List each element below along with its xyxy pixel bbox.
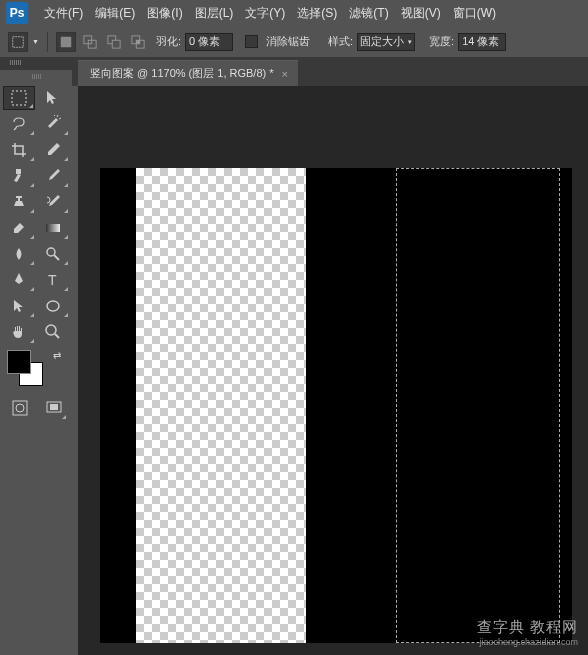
blur-tool[interactable]	[3, 242, 35, 266]
eyedropper-tool[interactable]	[37, 138, 69, 162]
watermark-url: jiaocheng.chazidian.com	[477, 637, 578, 647]
tab-title: 竖向图案 @ 1170% (图层 1, RGB/8) *	[90, 66, 274, 81]
add-selection-icon[interactable]	[80, 32, 100, 52]
magic-wand-tool[interactable]	[37, 112, 69, 136]
document-tab-bar: 竖向图案 @ 1170% (图层 1, RGB/8) * ×	[0, 58, 588, 86]
marquee-tool[interactable]	[3, 86, 35, 110]
svg-rect-5	[112, 40, 120, 48]
style-label: 样式:	[328, 34, 353, 49]
menu-image[interactable]: 图像(I)	[141, 5, 188, 22]
lasso-tool[interactable]	[3, 112, 35, 136]
quick-mask-icon[interactable]	[7, 396, 33, 420]
svg-rect-16	[13, 401, 27, 415]
feather-label: 羽化:	[156, 34, 181, 49]
menu-view[interactable]: 视图(V)	[395, 5, 447, 22]
move-tool[interactable]	[37, 86, 69, 110]
svg-rect-19	[50, 404, 58, 410]
pen-tool[interactable]	[3, 268, 35, 292]
transparent-region	[136, 168, 306, 643]
antialias-checkbox[interactable]	[245, 35, 258, 48]
clone-stamp-tool[interactable]	[3, 190, 35, 214]
svg-rect-11	[46, 224, 60, 232]
menu-edit[interactable]: 编辑(E)	[89, 5, 141, 22]
chevron-down-icon: ▾	[408, 38, 412, 46]
zoom-tool[interactable]	[37, 320, 69, 344]
panel-grip[interactable]	[0, 58, 30, 68]
canvas[interactable]	[100, 168, 572, 643]
gradient-tool[interactable]	[37, 216, 69, 240]
chevron-down-icon[interactable]: ▼	[32, 38, 39, 45]
svg-point-17	[16, 404, 24, 412]
svg-point-12	[47, 248, 55, 256]
menu-select[interactable]: 选择(S)	[291, 5, 343, 22]
separator	[47, 32, 48, 52]
swap-colors-icon[interactable]: ⇄	[53, 350, 61, 361]
svg-rect-10	[16, 169, 21, 174]
menu-bar: Ps 文件(F) 编辑(E) 图像(I) 图层(L) 文字(Y) 选择(S) 滤…	[0, 0, 588, 26]
menu-file[interactable]: 文件(F)	[38, 5, 89, 22]
document-tab[interactable]: 竖向图案 @ 1170% (图层 1, RGB/8) * ×	[78, 60, 298, 86]
new-selection-icon[interactable]	[56, 32, 76, 52]
watermark: 查字典 教程网 jiaocheng.chazidian.com	[477, 618, 578, 647]
tool-preset-icon[interactable]	[8, 32, 28, 52]
brush-tool[interactable]	[37, 164, 69, 188]
svg-rect-9	[12, 91, 26, 105]
options-bar: ▼ 羽化: 消除锯齿 样式: 固定大小▾ 宽度:	[0, 26, 588, 58]
width-input[interactable]	[458, 33, 506, 51]
text-tool[interactable]: T	[37, 268, 69, 292]
color-swatches[interactable]: ⇄	[7, 350, 47, 390]
svg-rect-1	[61, 36, 72, 47]
svg-text:T: T	[48, 272, 57, 288]
hand-tool[interactable]	[3, 320, 35, 344]
crop-tool[interactable]	[3, 138, 35, 162]
svg-rect-0	[13, 36, 24, 47]
feather-input[interactable]	[185, 33, 233, 51]
menu-filter[interactable]: 滤镜(T)	[343, 5, 394, 22]
shape-tool[interactable]	[37, 294, 69, 318]
eraser-tool[interactable]	[3, 216, 35, 240]
svg-point-15	[46, 325, 56, 335]
foreground-color-swatch[interactable]	[7, 350, 31, 374]
menu-layer[interactable]: 图层(L)	[189, 5, 240, 22]
subtract-selection-icon[interactable]	[104, 32, 124, 52]
screen-mode-icon[interactable]	[41, 396, 67, 420]
healing-brush-tool[interactable]	[3, 164, 35, 188]
width-label: 宽度:	[429, 34, 454, 49]
close-icon[interactable]: ×	[282, 68, 288, 80]
marquee-selection[interactable]	[396, 168, 560, 643]
path-selection-tool[interactable]	[3, 294, 35, 318]
style-select[interactable]: 固定大小▾	[357, 33, 415, 51]
toolbox-grip[interactable]	[3, 74, 69, 82]
intersect-selection-icon[interactable]	[128, 32, 148, 52]
svg-rect-8	[136, 40, 140, 44]
svg-point-14	[47, 301, 59, 311]
watermark-text: 查字典 教程网	[477, 618, 578, 635]
history-brush-tool[interactable]	[37, 190, 69, 214]
antialias-label: 消除锯齿	[266, 34, 310, 49]
menu-type[interactable]: 文字(Y)	[239, 5, 291, 22]
workspace	[78, 86, 588, 655]
menu-window[interactable]: 窗口(W)	[447, 5, 502, 22]
app-logo: Ps	[6, 2, 28, 24]
dodge-tool[interactable]	[37, 242, 69, 266]
toolbox: T ⇄	[0, 70, 72, 424]
